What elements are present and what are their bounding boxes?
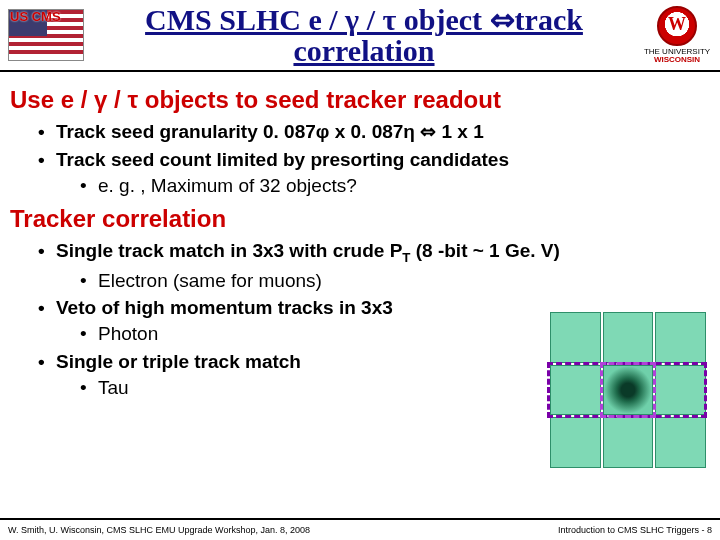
uscms-label: US CMS [10, 9, 61, 24]
grid-cell [550, 365, 601, 416]
slide-footer: W. Smith, U. Wisconsin, CMS SLHC EMU Upg… [0, 518, 720, 540]
section-heading-correlation: Tracker correlation [10, 205, 710, 233]
section-heading-seed: Use e / γ / τ objects to seed tracker re… [10, 86, 710, 114]
grid-cell [550, 312, 601, 363]
uscms-logo: US CMS [6, 5, 86, 65]
slide-header: US CMS CMS SLHC e / γ / τ object ⇔track … [0, 0, 720, 72]
list-item: Single track match in 3x3 with crude PT … [38, 239, 710, 292]
slide-title: CMS SLHC e / γ / τ object ⇔track correla… [86, 4, 642, 67]
grid-cell [655, 312, 706, 363]
grid-cell [655, 365, 706, 416]
grid-cell [550, 417, 601, 468]
footer-right: Introduction to CMS SLHC Triggers - 8 [558, 525, 712, 535]
grid-cell [603, 417, 654, 468]
wisconsin-text: THE UNIVERSITY WISCONSIN [644, 48, 710, 64]
list-item: e. g. , Maximum of 32 objects? [80, 174, 710, 198]
seed-list: Track seed granularity 0. 087φ x 0. 087η… [38, 120, 710, 197]
title-block: CMS SLHC e / γ / τ object ⇔track correla… [86, 4, 642, 67]
footer-left: W. Smith, U. Wisconsin, CMS SLHC EMU Upg… [8, 525, 310, 535]
list-item: Track seed count limited by presorting c… [38, 148, 710, 198]
grid-cell-center [603, 365, 654, 416]
tracker-grid-diagram [550, 312, 706, 468]
wisconsin-logo: THE UNIVERSITY WISCONSIN [642, 4, 712, 66]
grid-cell [603, 312, 654, 363]
grid-cell [655, 417, 706, 468]
list-item: Electron (same for muons) [80, 269, 710, 293]
wisconsin-shield-icon [657, 6, 697, 46]
list-item: Track seed granularity 0. 087φ x 0. 087η… [38, 120, 710, 144]
